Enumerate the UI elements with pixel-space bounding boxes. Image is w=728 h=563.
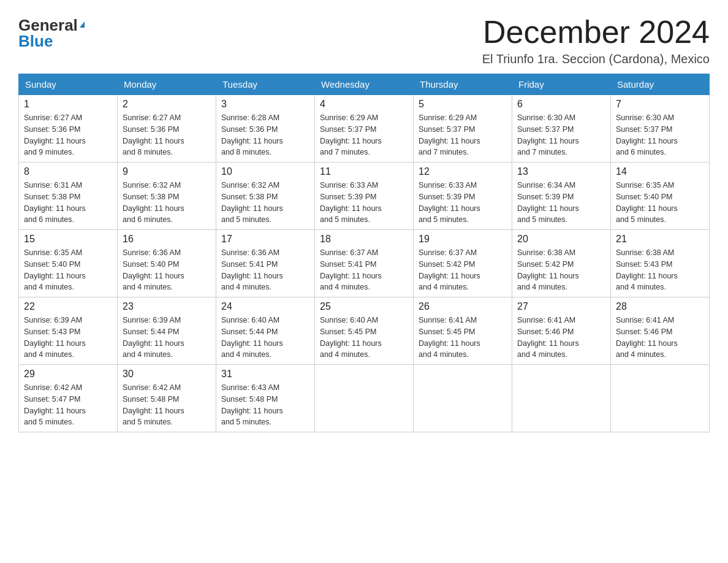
calendar-day-cell: 6 Sunrise: 6:30 AM Sunset: 5:37 PM Dayli… xyxy=(512,95,611,163)
calendar-day-cell: 3 Sunrise: 6:28 AM Sunset: 5:36 PM Dayli… xyxy=(216,95,315,163)
day-info: Sunrise: 6:42 AM Sunset: 5:48 PM Dayligh… xyxy=(123,383,184,426)
logo: General Blue xyxy=(18,17,85,49)
day-number: 4 xyxy=(320,99,408,110)
day-info: Sunrise: 6:41 AM Sunset: 5:46 PM Dayligh… xyxy=(616,316,678,359)
calendar-day-cell: 12 Sunrise: 6:33 AM Sunset: 5:39 PM Dayl… xyxy=(414,163,512,230)
day-info: Sunrise: 6:39 AM Sunset: 5:44 PM Dayligh… xyxy=(123,316,184,359)
day-of-week-header: Wednesday xyxy=(315,74,414,95)
day-number: 5 xyxy=(419,99,507,110)
day-number: 2 xyxy=(123,99,211,110)
day-number: 29 xyxy=(24,369,112,380)
day-of-week-header: Tuesday xyxy=(216,74,315,95)
calendar-day-cell: 2 Sunrise: 6:27 AM Sunset: 5:36 PM Dayli… xyxy=(118,95,216,163)
day-info: Sunrise: 6:41 AM Sunset: 5:46 PM Dayligh… xyxy=(517,316,579,359)
day-number: 28 xyxy=(616,301,704,312)
calendar-week-row: 22 Sunrise: 6:39 AM Sunset: 5:43 PM Dayl… xyxy=(19,297,710,365)
calendar-day-cell xyxy=(512,365,611,432)
day-info: Sunrise: 6:30 AM Sunset: 5:37 PM Dayligh… xyxy=(517,113,579,156)
calendar-day-cell: 29 Sunrise: 6:42 AM Sunset: 5:47 PM Dayl… xyxy=(19,365,118,432)
logo-general-text: General xyxy=(18,17,78,33)
calendar-day-cell: 30 Sunrise: 6:42 AM Sunset: 5:48 PM Dayl… xyxy=(118,365,216,432)
day-info: Sunrise: 6:42 AM Sunset: 5:47 PM Dayligh… xyxy=(24,383,86,426)
calendar-day-cell: 9 Sunrise: 6:32 AM Sunset: 5:38 PM Dayli… xyxy=(118,163,216,230)
calendar-week-row: 15 Sunrise: 6:35 AM Sunset: 5:40 PM Dayl… xyxy=(19,230,710,297)
calendar-day-cell: 28 Sunrise: 6:41 AM Sunset: 5:46 PM Dayl… xyxy=(611,297,710,365)
day-number: 17 xyxy=(221,234,309,245)
day-info: Sunrise: 6:37 AM Sunset: 5:42 PM Dayligh… xyxy=(419,248,480,291)
day-number: 8 xyxy=(24,166,112,177)
calendar-day-cell: 13 Sunrise: 6:34 AM Sunset: 5:39 PM Dayl… xyxy=(512,163,611,230)
calendar-week-row: 8 Sunrise: 6:31 AM Sunset: 5:38 PM Dayli… xyxy=(19,163,710,230)
day-number: 23 xyxy=(123,301,211,312)
calendar-day-cell: 20 Sunrise: 6:38 AM Sunset: 5:42 PM Dayl… xyxy=(512,230,611,297)
day-info: Sunrise: 6:39 AM Sunset: 5:43 PM Dayligh… xyxy=(24,316,86,359)
calendar-day-cell: 21 Sunrise: 6:38 AM Sunset: 5:43 PM Dayl… xyxy=(611,230,710,297)
day-number: 27 xyxy=(517,301,605,312)
calendar-header-row: SundayMondayTuesdayWednesdayThursdayFrid… xyxy=(19,74,710,95)
day-number: 31 xyxy=(221,369,309,380)
calendar-day-cell: 10 Sunrise: 6:32 AM Sunset: 5:38 PM Dayl… xyxy=(216,163,315,230)
day-info: Sunrise: 6:35 AM Sunset: 5:40 PM Dayligh… xyxy=(24,248,86,291)
day-of-week-header: Thursday xyxy=(414,74,512,95)
calendar-day-cell xyxy=(315,365,414,432)
calendar-day-cell: 5 Sunrise: 6:29 AM Sunset: 5:37 PM Dayli… xyxy=(414,95,512,163)
calendar-day-cell: 4 Sunrise: 6:29 AM Sunset: 5:37 PM Dayli… xyxy=(315,95,414,163)
day-number: 25 xyxy=(320,301,408,312)
day-number: 13 xyxy=(517,166,605,177)
calendar-day-cell: 31 Sunrise: 6:43 AM Sunset: 5:48 PM Dayl… xyxy=(216,365,315,432)
month-title: December 2024 xyxy=(482,15,710,50)
day-info: Sunrise: 6:29 AM Sunset: 5:37 PM Dayligh… xyxy=(320,113,382,156)
day-number: 12 xyxy=(419,166,507,177)
calendar-day-cell: 26 Sunrise: 6:41 AM Sunset: 5:45 PM Dayl… xyxy=(414,297,512,365)
day-info: Sunrise: 6:37 AM Sunset: 5:41 PM Dayligh… xyxy=(320,248,382,291)
day-number: 22 xyxy=(24,301,112,312)
day-number: 19 xyxy=(419,234,507,245)
day-number: 20 xyxy=(517,234,605,245)
day-number: 16 xyxy=(123,234,211,245)
calendar-day-cell: 17 Sunrise: 6:36 AM Sunset: 5:41 PM Dayl… xyxy=(216,230,315,297)
calendar-day-cell: 11 Sunrise: 6:33 AM Sunset: 5:39 PM Dayl… xyxy=(315,163,414,230)
day-info: Sunrise: 6:38 AM Sunset: 5:43 PM Dayligh… xyxy=(616,248,678,291)
day-of-week-header: Sunday xyxy=(19,74,118,95)
day-of-week-header: Friday xyxy=(512,74,611,95)
day-info: Sunrise: 6:32 AM Sunset: 5:38 PM Dayligh… xyxy=(123,181,184,224)
day-info: Sunrise: 6:36 AM Sunset: 5:41 PM Dayligh… xyxy=(221,248,283,291)
day-info: Sunrise: 6:40 AM Sunset: 5:45 PM Dayligh… xyxy=(320,316,382,359)
day-info: Sunrise: 6:38 AM Sunset: 5:42 PM Dayligh… xyxy=(517,248,579,291)
calendar-week-row: 1 Sunrise: 6:27 AM Sunset: 5:36 PM Dayli… xyxy=(19,95,710,163)
calendar-day-cell: 24 Sunrise: 6:40 AM Sunset: 5:44 PM Dayl… xyxy=(216,297,315,365)
day-info: Sunrise: 6:29 AM Sunset: 5:37 PM Dayligh… xyxy=(419,113,480,156)
day-number: 1 xyxy=(24,99,112,110)
day-of-week-header: Monday xyxy=(118,74,216,95)
logo-triangle-icon xyxy=(80,21,85,28)
calendar-day-cell: 14 Sunrise: 6:35 AM Sunset: 5:40 PM Dayl… xyxy=(611,163,710,230)
calendar-day-cell: 15 Sunrise: 6:35 AM Sunset: 5:40 PM Dayl… xyxy=(19,230,118,297)
calendar-day-cell xyxy=(414,365,512,432)
day-number: 15 xyxy=(24,234,112,245)
day-info: Sunrise: 6:27 AM Sunset: 5:36 PM Dayligh… xyxy=(24,113,86,156)
calendar-day-cell: 19 Sunrise: 6:37 AM Sunset: 5:42 PM Dayl… xyxy=(414,230,512,297)
calendar-week-row: 29 Sunrise: 6:42 AM Sunset: 5:47 PM Dayl… xyxy=(19,365,710,432)
day-number: 21 xyxy=(616,234,704,245)
day-info: Sunrise: 6:40 AM Sunset: 5:44 PM Dayligh… xyxy=(221,316,283,359)
calendar-day-cell: 1 Sunrise: 6:27 AM Sunset: 5:36 PM Dayli… xyxy=(19,95,118,163)
day-number: 3 xyxy=(221,99,309,110)
page-header: General Blue December 2024 El Triunfo 1r… xyxy=(18,15,710,66)
calendar-day-cell xyxy=(611,365,710,432)
calendar-day-cell: 8 Sunrise: 6:31 AM Sunset: 5:38 PM Dayli… xyxy=(19,163,118,230)
day-info: Sunrise: 6:36 AM Sunset: 5:40 PM Dayligh… xyxy=(123,248,184,291)
day-info: Sunrise: 6:27 AM Sunset: 5:36 PM Dayligh… xyxy=(123,113,184,156)
day-info: Sunrise: 6:33 AM Sunset: 5:39 PM Dayligh… xyxy=(320,181,382,224)
day-info: Sunrise: 6:34 AM Sunset: 5:39 PM Dayligh… xyxy=(517,181,579,224)
title-block: December 2024 El Triunfo 1ra. Seccion (C… xyxy=(482,15,710,66)
day-info: Sunrise: 6:31 AM Sunset: 5:38 PM Dayligh… xyxy=(24,181,86,224)
day-info: Sunrise: 6:43 AM Sunset: 5:48 PM Dayligh… xyxy=(221,383,283,426)
day-number: 24 xyxy=(221,301,309,312)
day-info: Sunrise: 6:41 AM Sunset: 5:45 PM Dayligh… xyxy=(419,316,480,359)
day-number: 11 xyxy=(320,166,408,177)
calendar-table: SundayMondayTuesdayWednesdayThursdayFrid… xyxy=(18,74,710,432)
location-title: El Triunfo 1ra. Seccion (Cardona), Mexic… xyxy=(482,52,710,66)
calendar-day-cell: 22 Sunrise: 6:39 AM Sunset: 5:43 PM Dayl… xyxy=(19,297,118,365)
day-info: Sunrise: 6:35 AM Sunset: 5:40 PM Dayligh… xyxy=(616,181,678,224)
day-number: 6 xyxy=(517,99,605,110)
